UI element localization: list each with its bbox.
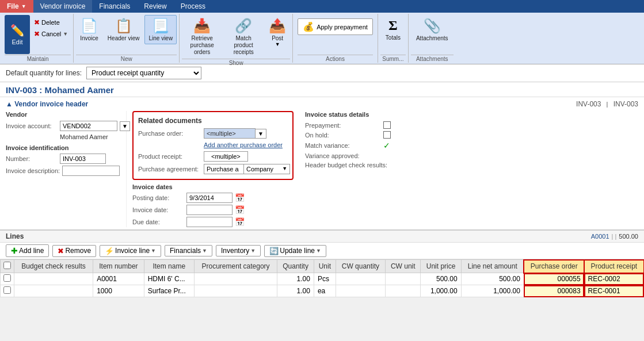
due-date-input[interactable] [186, 217, 233, 227]
related-docs-title: Related documents [138, 117, 288, 125]
prepayment-label: Apply prepayment [317, 24, 368, 30]
apply-prepayment-button[interactable]: 💰 Apply prepayment [298, 18, 373, 35]
row1-product-receipt: REC-0002 [584, 273, 643, 285]
file-menu[interactable]: File ▼ [0, 0, 33, 13]
ribbon-group-totals: Σ Totals Summ... [378, 14, 409, 63]
row1-proc-cat [194, 273, 277, 285]
post-button[interactable]: 📤 Post ▼ [265, 15, 290, 50]
ribbon-group-new: 📄 Invoice 📋 Header view 📃 Line view New [74, 14, 180, 63]
col-item-number: Item number [93, 260, 144, 273]
add-po-link[interactable]: Add another purchase order [204, 141, 283, 148]
tab-financials[interactable]: Financials [92, 0, 137, 13]
attachments-label: Attachments [416, 35, 448, 41]
col-product-receipt: Product receipt [584, 260, 643, 273]
invoice-account-input[interactable] [60, 121, 117, 131]
file-label: File [7, 2, 19, 10]
delete-label: Delete [41, 19, 60, 26]
totals-button[interactable]: Σ Totals [380, 15, 406, 44]
number-input[interactable] [60, 154, 106, 164]
cancel-label: Cancel [41, 30, 61, 37]
update-line-button[interactable]: 🔄 Update line ▼ [264, 245, 326, 257]
edit-button[interactable]: ✏️ Edit [5, 15, 30, 54]
row2-net-amount: 1,000.00 [461, 285, 524, 297]
row2-checkbox[interactable] [3, 286, 11, 294]
lines-ref-amount: 500.00 [619, 233, 638, 240]
po-input[interactable] [204, 128, 256, 139]
row2-proc-cat [194, 285, 277, 297]
posting-cal-icon[interactable]: 📅 [235, 193, 245, 202]
row2-item-number: 1000 [93, 285, 144, 297]
agreement-label: Purchase agreement: [138, 166, 201, 173]
attachments-button[interactable]: 📎 Attachments [411, 15, 454, 44]
receipt-multiple: <multiple> [204, 151, 248, 162]
post-label: Post [272, 35, 283, 41]
due-date-cal-icon[interactable]: 📅 [235, 217, 245, 227]
retrieve-po-label: Retrieve purchase orders [186, 35, 218, 56]
default-qty-select[interactable]: Product receipt quantity [86, 67, 201, 79]
agreement-input[interactable] [204, 164, 244, 174]
inventory-button[interactable]: Inventory ▼ [216, 245, 261, 256]
invoice-date-cal-icon[interactable]: 📅 [235, 205, 245, 214]
on-hold-checkbox[interactable] [383, 131, 391, 139]
invoice-line-dropdown: ▼ [151, 248, 156, 254]
select-all-checkbox[interactable] [3, 262, 11, 269]
row2-unit-price: 1,000.00 [421, 285, 461, 297]
ribbon-group-actions: 📥 Retrieve purchase orders 🔗 Match produ… [180, 14, 293, 63]
invoice-status-title: Invoice status details [305, 111, 638, 118]
show-label: Show [182, 59, 290, 67]
prepayment-icon: 💰 [303, 21, 314, 32]
header-view-icon: 📋 [115, 18, 132, 34]
related-docs-box: Related documents Purchase order: ▼ Add … [132, 111, 294, 180]
add-line-icon: ✚ [11, 246, 18, 255]
table-row[interactable]: A0001 HDMI 6' C... 1.00 Pcs 500.00 500.0… [1, 273, 644, 285]
line-view-icon: 📃 [152, 18, 169, 34]
invoice-button[interactable]: 📄 Invoice [76, 15, 102, 44]
col-purchase-order: Purchase order [524, 260, 584, 273]
add-line-label: Add line [19, 247, 44, 255]
tab-vendor-invoice[interactable]: Vendor invoice [33, 0, 93, 13]
table-row[interactable]: 1000 Surface Pr... 1.00 ea 1,000.00 1,00… [1, 285, 644, 297]
posting-date-input[interactable] [186, 193, 233, 203]
financials-button[interactable]: Financials ▼ [165, 245, 212, 256]
desc-input[interactable] [62, 166, 120, 176]
line-view-button[interactable]: 📃 Line view [144, 15, 177, 44]
page-title: INV-003 : Mohamed Aamer [6, 85, 114, 95]
tab-process[interactable]: Process [174, 0, 212, 13]
default-qty-label: Default quantity for lines: [6, 69, 82, 77]
on-hold-label: On hold: [305, 132, 380, 139]
row1-budget [14, 273, 93, 285]
invoice-account-label: Invoice account: [6, 122, 58, 129]
tab-review[interactable]: Review [137, 0, 173, 13]
match-receipts-icon: 🔗 [235, 18, 252, 34]
invoice-date-input[interactable] [186, 205, 233, 215]
match-receipts-button[interactable]: 🔗 Match product receipts [223, 15, 264, 59]
ribbon-group-attachments: 📎 Attachments Attachments [409, 14, 456, 63]
ribbon-group-prepayment: 💰 Apply prepayment Actions [293, 14, 378, 63]
agreement-company-btn[interactable]: Company▼ [244, 164, 290, 174]
invoice-line-button[interactable]: ⚡ Invoice line ▼ [100, 245, 161, 257]
edit-icon: ✏️ [10, 24, 25, 37]
row2-purchase-order: 000083 [524, 285, 584, 297]
row1-qty: 1.00 [277, 273, 314, 285]
prepayment-label: Prepayment: [305, 122, 380, 129]
prepayment-checkbox[interactable] [383, 121, 391, 129]
budget-check-label: Header budget check results: [305, 162, 387, 168]
col-qty: Quantity [277, 260, 314, 273]
row2-item-name: Surface Pr... [144, 285, 194, 297]
lines-title: Lines [6, 232, 24, 240]
delete-button[interactable]: ✖ Delete [31, 17, 71, 28]
header-view-button[interactable]: 📋 Header view [104, 15, 144, 44]
totals-icon: Σ [388, 18, 398, 33]
cancel-button[interactable]: ✖ Cancel ▼ [31, 29, 71, 39]
add-line-button[interactable]: ✚ Add line [6, 244, 49, 257]
attachments-group-label: Attachments [411, 55, 454, 63]
cancel-dropdown-icon: ▼ [63, 31, 68, 37]
po-dropdown-btn[interactable]: ▼ [256, 129, 266, 139]
row1-checkbox[interactable] [3, 274, 11, 282]
row2-unit: ea [314, 285, 336, 297]
retrieve-po-button[interactable]: 📥 Retrieve purchase orders [182, 15, 222, 59]
match-variance-value: ✓ [383, 141, 390, 150]
row1-unit-price: 500.00 [421, 273, 461, 285]
header-view-label: Header view [108, 35, 140, 41]
remove-button[interactable]: ✖ Remove [52, 245, 96, 257]
